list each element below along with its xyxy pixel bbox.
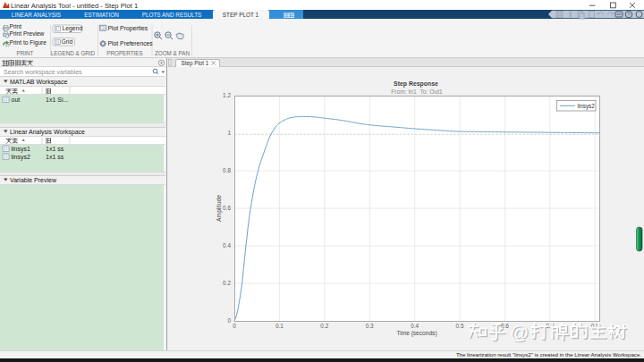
svg-text:Time (seconds): Time (seconds) [396, 330, 436, 337]
svg-text:0: 0 [227, 317, 231, 324]
svg-text:Step Response: Step Response [394, 80, 438, 88]
svg-text:0.2: 0.2 [320, 323, 328, 329]
svg-text:0.5: 0.5 [456, 323, 464, 329]
svg-text:@: @ [510, 322, 529, 342]
svg-text:0.2: 0.2 [223, 280, 231, 286]
svg-text:The linearization result "lins: The linearization result "linsys2" is cr… [456, 351, 641, 358]
svg-text:0.8: 0.8 [223, 167, 231, 173]
svg-text:0.1: 0.1 [275, 323, 284, 329]
svg-text:0.4: 0.4 [223, 242, 231, 248]
svg-text:1.2: 1.2 [223, 92, 231, 98]
svg-text:1: 1 [227, 130, 231, 136]
svg-text:0.4: 0.4 [411, 323, 419, 329]
svg-text:0: 0 [233, 323, 236, 329]
svg-text:0.6: 0.6 [223, 205, 231, 211]
svg-text:From: In1 To: Out1: From: In1 To: Out1 [391, 88, 443, 95]
svg-text:linsys2: linsys2 [578, 103, 596, 110]
svg-text:Amplitude: Amplitude [216, 195, 223, 222]
svg-text:0.3: 0.3 [366, 323, 374, 329]
